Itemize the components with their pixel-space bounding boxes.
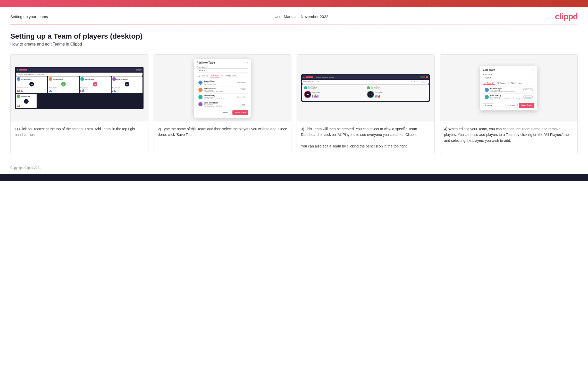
- player-item: Blair McHarg Plus Handicap Royal North D…: [483, 94, 534, 101]
- player-card: Dave Billingham 78 Player Quality: [112, 76, 142, 93]
- edit-right-buttons: Cancel Save Team: [506, 103, 534, 108]
- player-name: Blair McHarg: [204, 95, 236, 97]
- card-3-text: 3) This Team will then be created. You c…: [297, 121, 434, 154]
- player-avatar: [304, 86, 307, 89]
- team-player-row: Blair McHarg Plus Handicap: [304, 86, 364, 89]
- page-subtitle: How to create and edit Teams in Clippd: [10, 42, 578, 47]
- player-item: Adrian Player Plus Handicap The Shive Lo…: [483, 86, 534, 94]
- tab-all-players: All Players: [496, 82, 507, 84]
- mock-team-nav: [302, 75, 429, 79]
- header: Setting up your teams User Manual – Nove…: [0, 7, 588, 24]
- edit-dialog-footer: 🗑 Delete Cancel Save Team: [483, 103, 534, 108]
- page-title-section: Setting up a Team of players (desktop) H…: [0, 24, 588, 52]
- player-avatar: [198, 95, 203, 99]
- card-3-screenshot: Blair McHarg Richard Butler Heads Detail…: [297, 55, 434, 121]
- tab-my-team: My Team (2): [483, 82, 495, 85]
- player-location: Royal North Devon Golf Club, United King…: [490, 98, 522, 100]
- nav-dot: [303, 77, 305, 78]
- player-info: Adrian Player Plus Handicap The Shive Lo…: [490, 88, 522, 92]
- mock-team-dashboard: Blair McHarg Richard Butler Heads Detail…: [301, 74, 430, 102]
- player-location: The Dog Maging Golf Club: [204, 105, 239, 107]
- dialog-title: Add New Team: [197, 61, 215, 64]
- team-name-input: Team A: [197, 68, 248, 73]
- team-player-card: Blair McHarg Plus Handicap 94 Player Qua…: [303, 85, 365, 100]
- player-location: The Shive London, United Kingdom: [490, 91, 522, 92]
- dialog-tabs: My Team (2) All Players ☐ Filter by name: [197, 74, 248, 77]
- add-player-button[interactable]: Add: [240, 88, 247, 91]
- card-4-text: 4) When editing your Team, you can chang…: [440, 121, 578, 154]
- page-footer: Copyright Clippd 2021: [0, 162, 588, 174]
- player-avatar: [198, 81, 203, 85]
- tab-all-players: All Players: [210, 74, 220, 77]
- player-list: Adrian Player Plus Handicap The Shive Lo…: [197, 79, 248, 108]
- close-icon: ✕: [246, 61, 248, 64]
- save-team-button[interactable]: Save Team: [519, 103, 534, 108]
- player-name-label: Blair McHarg Plus Handicap: [308, 86, 317, 89]
- player-cards-row1: Adrian Collins 84 Performance Levels: [16, 76, 142, 93]
- card-2-text: 2) Type the name of this Team and then s…: [154, 121, 291, 154]
- card-4: Edit Team ✕ Team Name * Team A My Team (…: [440, 54, 578, 154]
- player-info: Adrian Player Plus Handicap The Shive Lo…: [204, 80, 236, 85]
- player-info: Blair McHarg Plus Handicap Royal North D…: [204, 95, 236, 100]
- top-bar: [0, 0, 588, 7]
- copyright-text: Copyright Clippd 2021: [10, 166, 41, 170]
- add-player-button[interactable]: Add: [240, 103, 247, 106]
- dialog-footer: Cancel Save Team: [197, 110, 248, 115]
- player-item: Adrian Player Plus Handicap The Shive Lo…: [197, 79, 248, 86]
- player-card: Adrian Collins 84 Performance Levels: [16, 76, 47, 93]
- player-location: Central London Golf Centre: [204, 91, 239, 92]
- remove-player-button[interactable]: Remove: [523, 88, 533, 91]
- player-avatar: [367, 86, 370, 89]
- player-avatar: [485, 95, 489, 99]
- team-name-label: Team Name *: [197, 66, 248, 68]
- team-name-label: Team Name *: [483, 73, 534, 75]
- remove-player-button[interactable]: Remove: [523, 95, 533, 99]
- mock-dashboard: Finding 5 out of 4 players from All Play…: [15, 67, 144, 109]
- card-2: Add New Team ✕ Team Name * Team A My Tea…: [154, 54, 292, 154]
- player-card: Adrian Coliba 0 Player Quality: [48, 76, 79, 93]
- player-name: Adrian Player: [490, 88, 522, 89]
- player-info: Adrian Coliba 1.5 Handicap Central Londo…: [204, 88, 239, 92]
- team-player-card: Richard Butler Plus Handicap 72 Player Q…: [366, 85, 428, 100]
- page-title: Setting up a Team of players (desktop): [10, 32, 578, 40]
- player-name: Dave Billingham: [204, 102, 239, 104]
- team-main-content: Blair McHarg Plus Handicap 94 Player Qua…: [302, 84, 429, 101]
- player-avatar: [198, 102, 203, 106]
- header-section-label: Setting up your teams: [10, 14, 48, 19]
- player-avatar: [198, 88, 203, 92]
- bottom-bar: [0, 174, 588, 181]
- player-name: Adrian Player: [204, 80, 236, 82]
- player-name-label: Richard Butler Plus Handicap: [371, 86, 381, 89]
- header-manual-title: User Manual – November 2022: [275, 14, 328, 19]
- filter-label: Filter by name: [510, 82, 523, 84]
- add-team-dialog-mock: Add New Team ✕ Team Name * Team A My Tea…: [194, 59, 251, 118]
- player-item: Blair McHarg Plus Handicap Royal North D…: [197, 94, 248, 101]
- player-location: The Shive London: [204, 84, 236, 85]
- edit-team-dialog-mock: Edit Team ✕ Team Name * Team A My Team (…: [480, 66, 537, 110]
- player-info: Dave Billingham 3.5 Handicap The Dog Mag…: [204, 102, 239, 107]
- player-name: Blair McHarg: [490, 95, 522, 97]
- edit-player-list: Adrian Player Plus Handicap The Shive Lo…: [483, 86, 534, 101]
- cancel-button[interactable]: Cancel: [219, 110, 231, 115]
- mock-nav: [16, 68, 142, 72]
- player-card: Blair McHarg 94 Player Quality: [80, 76, 111, 93]
- player-info: Blair McHarg Plus Handicap Royal North D…: [490, 95, 522, 100]
- player-added-label: Player Added: [237, 96, 247, 98]
- player-location: Royal North Devon Golf Club: [204, 98, 236, 100]
- delete-button[interactable]: 🗑 Delete: [483, 103, 494, 107]
- cancel-button[interactable]: Cancel: [506, 103, 518, 108]
- card-1: Finding 5 out of 4 players from All Play…: [10, 54, 148, 154]
- save-team-button[interactable]: Save Team: [232, 110, 248, 115]
- player-avatar: [485, 88, 489, 92]
- player-name: Adrian Coliba: [204, 88, 239, 89]
- team-name-input: Team A: [483, 76, 534, 80]
- team-player-row: Richard Butler Plus Handicap: [367, 86, 427, 89]
- card-3: Blair McHarg Richard Butler Heads Detail…: [297, 54, 435, 154]
- nav-dot: [17, 69, 18, 71]
- dialog-tabs: My Team (2) All Players ☐ Filter by name: [483, 82, 534, 85]
- player-card-small: Richard Butler 72: [16, 94, 37, 108]
- card-2-screenshot: Add New Team ✕ Team Name * Team A My Tea…: [154, 55, 291, 121]
- dialog-header: Edit Team ✕: [483, 68, 534, 71]
- dialog-header: Add New Team ✕: [197, 61, 248, 64]
- card-4-screenshot: Edit Team ✕ Team Name * Team A My Team (…: [440, 55, 578, 121]
